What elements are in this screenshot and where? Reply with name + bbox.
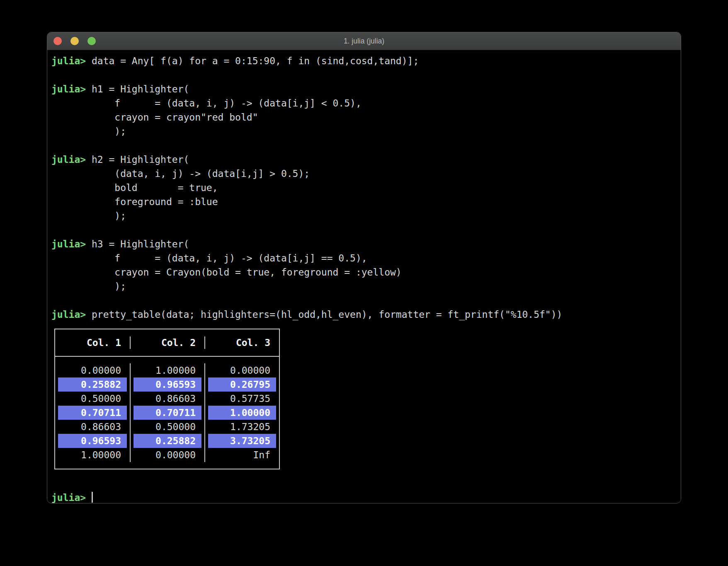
table-cell: Inf: [204, 448, 279, 462]
table-cell-value: 3.73205: [208, 434, 276, 448]
table-cell: 0.25882: [130, 434, 204, 448]
table-cell: 1.00000: [55, 448, 130, 462]
table-cell: 0.26795: [204, 377, 279, 392]
table-cell: 0.70711: [55, 406, 130, 420]
table-cell: 0.57735: [204, 392, 279, 406]
table-cell-value: 1.00000: [208, 406, 276, 420]
table-cell-value: 0.00000: [133, 448, 201, 462]
text-cursor: [92, 492, 93, 503]
minimize-button[interactable]: [70, 37, 79, 45]
table-header-cell: Col. 3: [204, 336, 279, 349]
table-cell: 0.86603: [55, 420, 130, 434]
table-cell-value: 0.86603: [133, 392, 201, 406]
table-row: 0.000001.000000.00000: [55, 363, 279, 377]
table-cell-value: Inf: [208, 448, 276, 462]
repl-code-line: );: [51, 279, 562, 293]
table-cell-value: 0.25882: [133, 434, 201, 448]
table-header-label: Col. 2: [133, 336, 201, 349]
table-cell: 0.00000: [130, 448, 204, 462]
table-cell: 1.00000: [204, 406, 279, 420]
table-cell: 0.50000: [55, 392, 130, 406]
table-row-highlighted: 0.258820.965930.26795: [55, 377, 279, 392]
table-cell-value: 0.70711: [58, 406, 127, 420]
repl-code-line: bold = true,: [51, 181, 562, 195]
julia-prompt: julia>: [51, 309, 86, 320]
table-cell: 0.96593: [130, 377, 204, 392]
table-cell: 0.86603: [130, 392, 204, 406]
table-cell: 0.70711: [130, 406, 204, 420]
repl-command-line: julia> pretty_table(data; highlighters=(…: [51, 307, 562, 322]
traffic-lights: [53, 32, 96, 50]
repl-command-line: julia> h2 = Highlighter(: [51, 152, 562, 167]
table-cell: 1.00000: [130, 363, 204, 377]
repl-code-line: [51, 293, 562, 307]
table-row: 1.000000.00000Inf: [55, 448, 279, 462]
table-cell: 0.00000: [55, 363, 130, 377]
pretty-table: Col. 1Col. 2Col. 3 0.000001.000000.00000…: [54, 329, 280, 469]
julia-prompt: julia>: [51, 154, 86, 165]
close-button[interactable]: [53, 37, 62, 45]
julia-prompt: julia>: [51, 492, 86, 503]
repl-code-line: );: [51, 209, 562, 223]
table-cell: 3.73205: [204, 434, 279, 448]
table-cell-value: 0.00000: [58, 363, 127, 377]
table-row-highlighted: 0.707110.707111.00000: [55, 406, 279, 420]
pretty-table-header-row: Col. 1Col. 2Col. 3: [55, 329, 279, 357]
repl-command-line: julia> h1 = Highlighter(: [51, 82, 562, 96]
repl-history: julia> data = Any[ f(a) for a = 0:15:90,…: [51, 54, 562, 322]
terminal-content[interactable]: julia> data = Any[ f(a) for a = 0:15:90,…: [47, 50, 681, 503]
repl-code-line: crayon = Crayon(bold = true, foreground …: [51, 265, 562, 279]
pretty-table-body: 0.000001.000000.000000.258820.965930.267…: [55, 357, 279, 469]
julia-prompt: julia>: [51, 239, 86, 249]
table-cell-value: 1.00000: [58, 448, 127, 462]
table-cell: 0.25882: [55, 377, 130, 392]
repl-code-line: [51, 223, 562, 237]
table-header-cell: Col. 1: [55, 336, 130, 349]
repl-code-line: f = (data, i, j) -> (data[i,j] < 0.5),: [51, 96, 562, 110]
table-cell-value: 0.50000: [133, 420, 201, 434]
table-cell: 1.73205: [204, 420, 279, 434]
table-cell-value: 0.86603: [58, 420, 127, 434]
table-row: 0.500000.866030.57735: [55, 392, 279, 406]
repl-code-line: );: [51, 124, 562, 138]
terminal-window: 1. julia (julia) julia> data = Any[ f(a)…: [47, 32, 681, 503]
window-titlebar[interactable]: 1. julia (julia): [47, 32, 681, 50]
repl-code-line: [51, 138, 562, 152]
repl-code-line: f = (data, i, j) -> (data[i,j] == 0.5),: [51, 251, 562, 265]
table-cell-value: 0.26795: [208, 377, 276, 392]
table-cell-value: 1.00000: [133, 363, 201, 377]
table-cell: 0.50000: [130, 420, 204, 434]
table-row: 0.866030.500001.73205: [55, 420, 279, 434]
repl-code-line: foreground = :blue: [51, 195, 562, 209]
table-cell: 0.96593: [55, 434, 130, 448]
desktop-background: 1. julia (julia) julia> data = Any[ f(a)…: [0, 0, 728, 566]
table-cell-value: 0.50000: [58, 392, 127, 406]
repl-code-line: [51, 68, 562, 82]
repl-code-line: crayon = crayon"red bold": [51, 110, 562, 124]
table-cell-value: 0.57735: [208, 392, 276, 406]
repl-command-line: julia> h3 = Highlighter(: [51, 237, 562, 251]
table-cell-value: 0.25882: [58, 377, 127, 392]
table-row-highlighted: 0.965930.258823.73205: [55, 434, 279, 448]
table-header-label: Col. 1: [58, 336, 127, 349]
julia-prompt: julia>: [51, 84, 86, 94]
table-cell-value: 0.70711: [133, 406, 201, 420]
zoom-button[interactable]: [87, 37, 96, 45]
table-header-cell: Col. 2: [130, 336, 204, 349]
table-header-label: Col. 3: [208, 336, 276, 349]
table-cell-value: 0.96593: [58, 434, 127, 448]
julia-prompt: julia>: [51, 56, 86, 66]
table-cell: 0.00000: [204, 363, 279, 377]
input-space: [86, 492, 92, 503]
repl-input-line[interactable]: julia>: [51, 491, 93, 503]
table-cell-value: 0.96593: [133, 377, 201, 392]
table-cell-value: 0.00000: [208, 363, 276, 377]
window-title: 1. julia (julia): [47, 37, 681, 46]
table-cell-value: 1.73205: [208, 420, 276, 434]
repl-code-line: (data, i, j) -> (data[i,j] > 0.5);: [51, 167, 562, 181]
repl-command-line: julia> data = Any[ f(a) for a = 0:15:90,…: [51, 54, 562, 68]
